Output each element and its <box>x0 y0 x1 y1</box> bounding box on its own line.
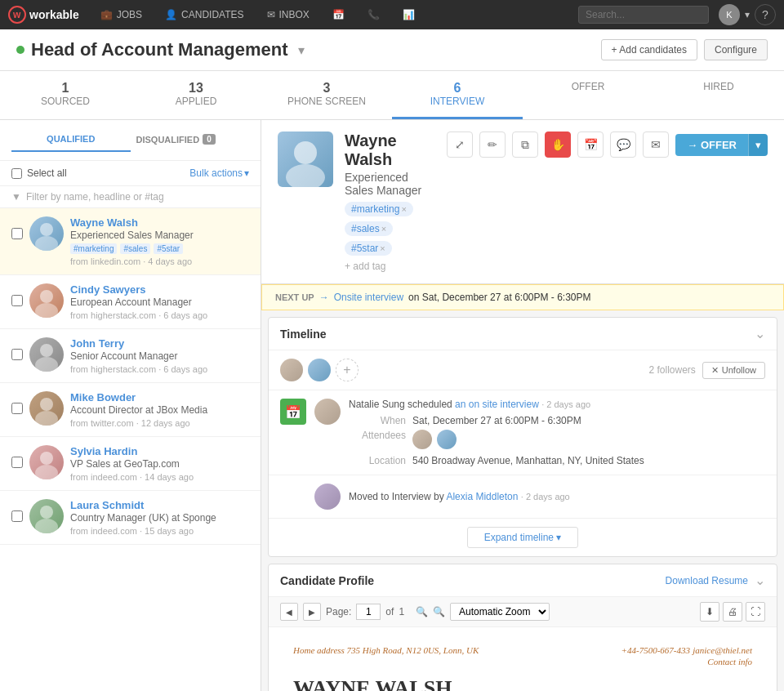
candidate-checkbox-mike[interactable] <box>11 403 23 414</box>
pdf-prev-button[interactable]: ◀ <box>280 603 298 621</box>
page-header: Head of Account Management ▾ + Add candi… <box>0 29 784 71</box>
attendee-avatar-1 <box>412 430 432 449</box>
avatar-caret[interactable]: ▾ <box>745 9 750 20</box>
detail-candidate-name: Wayne Walsh <box>345 132 435 169</box>
detail-tag-5star[interactable]: #5star × <box>345 241 392 256</box>
top-nav: w workable 💼 JOBS 👤 CANDIDATES ✉ INBOX 📅… <box>0 0 784 29</box>
candidate-item-john[interactable]: John Terry Senior Account Manager from h… <box>0 329 261 383</box>
title-caret[interactable]: ▾ <box>298 42 305 58</box>
tag-remove-marketing[interactable]: × <box>401 204 406 214</box>
detail-tag-marketing[interactable]: #marketing × <box>345 202 413 216</box>
offer-caret-button[interactable]: ▾ <box>748 134 768 156</box>
logo[interactable]: w workable <box>8 6 79 24</box>
event-when-row: When Sat, December 27 at 6:00PM - 6:30PM <box>349 415 765 426</box>
expand-icon[interactable]: ⤢ <box>447 132 473 158</box>
nav-phone[interactable]: 📞 <box>358 6 390 24</box>
edit-icon[interactable]: ✏ <box>479 132 506 158</box>
event-title: Natalie Sung scheduled an on site interv… <box>349 399 765 410</box>
timeline-event-interview: 📅 Natalie Sung scheduled an on site inte… <box>269 390 777 475</box>
sidebar-header: QUALIFIED DISQUALIFIED 0 <box>0 120 261 161</box>
candidate-checkbox-sylvia[interactable] <box>11 457 23 468</box>
tab-disqualified[interactable]: DISQUALIFIED 0 <box>131 128 250 152</box>
candidate-source-wayne: from linkedin.com · 4 days ago <box>70 256 249 266</box>
expand-timeline-button[interactable]: Expand timeline ▾ <box>467 527 579 548</box>
add-tag-button[interactable]: + add tag <box>345 261 385 272</box>
offer-button[interactable]: → OFFER <box>675 134 748 156</box>
pdf-print-button[interactable]: 🖨 <box>723 602 742 622</box>
tab-phone-screen[interactable]: 3 PHONE SCREEN <box>261 71 392 119</box>
candidate-item-mike[interactable]: Mike Bowder Account Director at JBox Med… <box>0 383 261 437</box>
header-left: Head of Account Management ▾ <box>16 39 305 60</box>
tab-applied[interactable]: 13 APPLIED <box>131 71 261 119</box>
profile-toggle[interactable]: ⌄ <box>755 573 765 588</box>
disqualify-icon[interactable]: ✋ <box>545 132 571 158</box>
candidate-item-cindy[interactable]: Cindy Sawyers European Account Manager f… <box>0 275 261 329</box>
email-icon[interactable]: ✉ <box>643 132 669 158</box>
candidate-checkbox-laura[interactable] <box>11 510 23 522</box>
candidate-checkbox-wayne[interactable] <box>11 228 23 239</box>
next-up-banner: NEXT UP → Onsite interview on Sat, Decem… <box>261 284 784 310</box>
resume-address-block: Home address 735 High Road, N12 0US, Lon… <box>293 644 479 657</box>
timeline-toggle[interactable]: ⌄ <box>755 326 765 341</box>
nav-chart[interactable]: 📊 <box>393 6 425 24</box>
event-type-link[interactable]: an on site interview <box>455 399 539 410</box>
timeline-add-button[interactable]: + <box>336 359 359 381</box>
select-all-label[interactable]: Select all <box>11 167 67 179</box>
nav-candidates[interactable]: 👤 CANDIDATES <box>155 6 253 24</box>
svg-point-15 <box>286 164 325 187</box>
add-candidates-button[interactable]: + Add candidates <box>601 39 697 60</box>
candidate-item-laura[interactable]: Laura Schmidt Country Manager (UK) at Sp… <box>0 491 261 545</box>
next-up-event: Onsite interview <box>334 292 403 303</box>
move-actor-link[interactable]: Alexia Middleton <box>446 491 518 502</box>
select-all-checkbox[interactable] <box>11 168 22 179</box>
download-resume-button[interactable]: Download Resume <box>666 575 748 586</box>
search-input[interactable] <box>578 6 709 24</box>
nav-calendar[interactable]: 📅 <box>323 6 354 24</box>
candidate-checkbox-cindy[interactable] <box>11 295 23 306</box>
pdf-page-input[interactable] <box>356 604 381 620</box>
candidate-info-mike: Mike Bowder Account Director at JBox Med… <box>70 391 249 428</box>
candidate-name-john: John Terry <box>70 337 249 350</box>
svg-point-5 <box>35 303 58 318</box>
candidate-tags-wayne: #marketing #sales #5star <box>70 243 249 254</box>
pdf-zoom-in-icon[interactable]: 🔍 <box>433 606 445 617</box>
candidate-name-laura: Laura Schmidt <box>70 499 249 511</box>
configure-button[interactable]: Configure <box>704 39 768 60</box>
timeline-avatar-natalie <box>280 359 303 381</box>
pdf-next-button[interactable]: ▶ <box>303 603 321 621</box>
move-text: Moved to Interview by Alexia Middleton ·… <box>349 491 570 502</box>
candidate-info-laura: Laura Schmidt Country Manager (UK) at Sp… <box>70 499 249 536</box>
schedule-icon[interactable]: 📅 <box>577 132 604 158</box>
unfollow-button[interactable]: ✕ Unfollow <box>702 362 765 379</box>
svg-point-12 <box>40 506 53 519</box>
nav-inbox[interactable]: ✉ INBOX <box>257 6 319 24</box>
filter-bar: ▼ Filter by name, headline or #tag <box>0 186 261 208</box>
candidate-name-sylvia: Sylvia Hardin <box>70 445 249 457</box>
timeline-title: Timeline <box>280 328 327 341</box>
tab-sourced[interactable]: 1 SOURCED <box>0 71 131 119</box>
candidate-item-sylvia[interactable]: Sylvia Hardin VP Sales at GeoTap.com fro… <box>0 437 261 491</box>
tab-qualified[interactable]: QUALIFIED <box>11 128 131 152</box>
timeline-avatar-wayne <box>308 359 331 381</box>
help-button[interactable]: ? <box>755 4 776 25</box>
nav-jobs[interactable]: 💼 JOBS <box>91 6 152 24</box>
candidate-item-wayne[interactable]: Wayne Walsh Experienced Sales Manager #m… <box>0 208 261 275</box>
user-avatar[interactable]: K <box>719 4 740 25</box>
expand-timeline-section: Expand timeline ▾ <box>269 519 777 556</box>
tab-offer[interactable]: OFFER <box>523 71 653 119</box>
comment-icon[interactable]: 💬 <box>610 132 636 158</box>
candidate-info-john: John Terry Senior Account Manager from h… <box>70 337 249 374</box>
tag-remove-5star[interactable]: × <box>380 243 385 253</box>
pdf-fullscreen-button[interactable]: ⛶ <box>746 602 765 622</box>
svg-point-6 <box>40 344 53 357</box>
candidate-checkbox-john[interactable] <box>11 349 23 360</box>
tag-remove-sales[interactable]: × <box>381 224 386 234</box>
bulk-actions-button[interactable]: Bulk actions ▾ <box>189 167 249 179</box>
detail-candidate-title: Experienced Sales Manager <box>345 171 435 197</box>
pdf-download-button[interactable]: ⬇ <box>700 602 719 622</box>
tab-hired[interactable]: HIRED <box>653 71 784 119</box>
tab-interview[interactable]: 6 INTERVIEW <box>392 71 523 119</box>
copy-icon[interactable]: ⧉ <box>512 132 538 158</box>
detail-tag-sales[interactable]: #sales × <box>345 221 393 236</box>
pdf-zoom-select[interactable]: Automatic Zoom <box>450 603 550 621</box>
